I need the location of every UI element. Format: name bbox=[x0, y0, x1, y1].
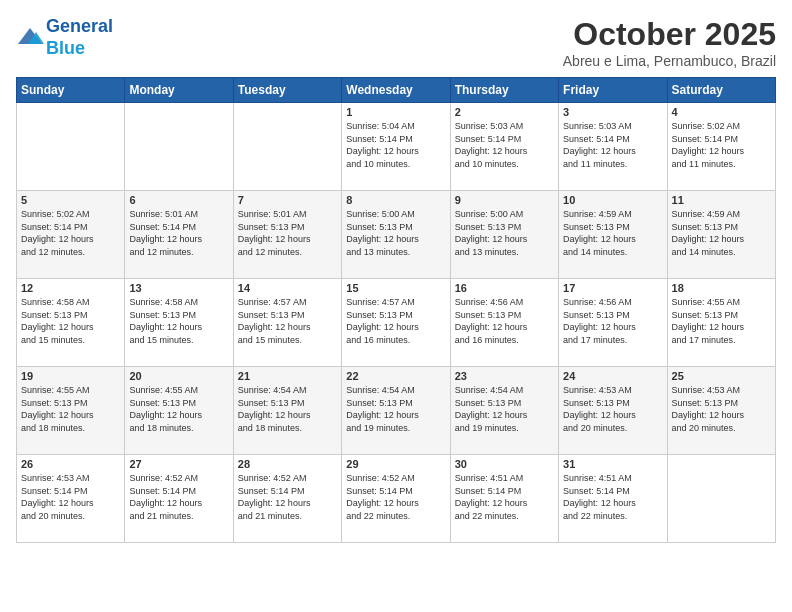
table-row bbox=[17, 103, 125, 191]
day-number: 6 bbox=[129, 194, 228, 206]
table-row: 8Sunrise: 5:00 AMSunset: 5:13 PMDaylight… bbox=[342, 191, 450, 279]
day-info: Sunrise: 4:56 AMSunset: 5:13 PMDaylight:… bbox=[563, 296, 662, 346]
day-number: 7 bbox=[238, 194, 337, 206]
calendar-header-row: Sunday Monday Tuesday Wednesday Thursday… bbox=[17, 78, 776, 103]
table-row: 24Sunrise: 4:53 AMSunset: 5:13 PMDayligh… bbox=[559, 367, 667, 455]
table-row: 9Sunrise: 5:00 AMSunset: 5:13 PMDaylight… bbox=[450, 191, 558, 279]
day-info: Sunrise: 5:03 AMSunset: 5:14 PMDaylight:… bbox=[455, 120, 554, 170]
table-row bbox=[125, 103, 233, 191]
table-row: 20Sunrise: 4:55 AMSunset: 5:13 PMDayligh… bbox=[125, 367, 233, 455]
col-tuesday: Tuesday bbox=[233, 78, 341, 103]
day-info: Sunrise: 4:55 AMSunset: 5:13 PMDaylight:… bbox=[672, 296, 771, 346]
table-row: 18Sunrise: 4:55 AMSunset: 5:13 PMDayligh… bbox=[667, 279, 775, 367]
table-row: 10Sunrise: 4:59 AMSunset: 5:13 PMDayligh… bbox=[559, 191, 667, 279]
day-info: Sunrise: 4:57 AMSunset: 5:13 PMDaylight:… bbox=[238, 296, 337, 346]
col-thursday: Thursday bbox=[450, 78, 558, 103]
table-row: 17Sunrise: 4:56 AMSunset: 5:13 PMDayligh… bbox=[559, 279, 667, 367]
day-number: 4 bbox=[672, 106, 771, 118]
table-row: 22Sunrise: 4:54 AMSunset: 5:13 PMDayligh… bbox=[342, 367, 450, 455]
day-number: 23 bbox=[455, 370, 554, 382]
day-info: Sunrise: 4:59 AMSunset: 5:13 PMDaylight:… bbox=[563, 208, 662, 258]
table-row: 23Sunrise: 4:54 AMSunset: 5:13 PMDayligh… bbox=[450, 367, 558, 455]
logo-line2: Blue bbox=[46, 38, 85, 58]
table-row: 6Sunrise: 5:01 AMSunset: 5:14 PMDaylight… bbox=[125, 191, 233, 279]
table-row: 12Sunrise: 4:58 AMSunset: 5:13 PMDayligh… bbox=[17, 279, 125, 367]
day-info: Sunrise: 4:55 AMSunset: 5:13 PMDaylight:… bbox=[21, 384, 120, 434]
location: Abreu e Lima, Pernambuco, Brazil bbox=[563, 53, 776, 69]
header: General Blue October 2025 Abreu e Lima, … bbox=[16, 16, 776, 69]
day-number: 31 bbox=[563, 458, 662, 470]
day-info: Sunrise: 5:02 AMSunset: 5:14 PMDaylight:… bbox=[21, 208, 120, 258]
day-number: 29 bbox=[346, 458, 445, 470]
col-friday: Friday bbox=[559, 78, 667, 103]
col-sunday: Sunday bbox=[17, 78, 125, 103]
day-number: 13 bbox=[129, 282, 228, 294]
table-row: 11Sunrise: 4:59 AMSunset: 5:13 PMDayligh… bbox=[667, 191, 775, 279]
day-info: Sunrise: 4:52 AMSunset: 5:14 PMDaylight:… bbox=[129, 472, 228, 522]
col-monday: Monday bbox=[125, 78, 233, 103]
table-row: 27Sunrise: 4:52 AMSunset: 5:14 PMDayligh… bbox=[125, 455, 233, 543]
logo-text: General Blue bbox=[46, 16, 113, 59]
table-row bbox=[667, 455, 775, 543]
day-number: 25 bbox=[672, 370, 771, 382]
calendar-week-row: 5Sunrise: 5:02 AMSunset: 5:14 PMDaylight… bbox=[17, 191, 776, 279]
table-row bbox=[233, 103, 341, 191]
table-row: 7Sunrise: 5:01 AMSunset: 5:13 PMDaylight… bbox=[233, 191, 341, 279]
day-info: Sunrise: 4:55 AMSunset: 5:13 PMDaylight:… bbox=[129, 384, 228, 434]
day-info: Sunrise: 4:54 AMSunset: 5:13 PMDaylight:… bbox=[238, 384, 337, 434]
day-number: 20 bbox=[129, 370, 228, 382]
table-row: 13Sunrise: 4:58 AMSunset: 5:13 PMDayligh… bbox=[125, 279, 233, 367]
table-row: 5Sunrise: 5:02 AMSunset: 5:14 PMDaylight… bbox=[17, 191, 125, 279]
table-row: 29Sunrise: 4:52 AMSunset: 5:14 PMDayligh… bbox=[342, 455, 450, 543]
day-number: 22 bbox=[346, 370, 445, 382]
day-info: Sunrise: 5:01 AMSunset: 5:13 PMDaylight:… bbox=[238, 208, 337, 258]
table-row: 25Sunrise: 4:53 AMSunset: 5:13 PMDayligh… bbox=[667, 367, 775, 455]
day-number: 28 bbox=[238, 458, 337, 470]
table-row: 14Sunrise: 4:57 AMSunset: 5:13 PMDayligh… bbox=[233, 279, 341, 367]
day-info: Sunrise: 5:03 AMSunset: 5:14 PMDaylight:… bbox=[563, 120, 662, 170]
page: General Blue October 2025 Abreu e Lima, … bbox=[0, 0, 792, 612]
day-number: 5 bbox=[21, 194, 120, 206]
calendar-week-row: 12Sunrise: 4:58 AMSunset: 5:13 PMDayligh… bbox=[17, 279, 776, 367]
day-info: Sunrise: 4:51 AMSunset: 5:14 PMDaylight:… bbox=[455, 472, 554, 522]
table-row: 19Sunrise: 4:55 AMSunset: 5:13 PMDayligh… bbox=[17, 367, 125, 455]
col-wednesday: Wednesday bbox=[342, 78, 450, 103]
day-info: Sunrise: 4:53 AMSunset: 5:13 PMDaylight:… bbox=[563, 384, 662, 434]
day-number: 18 bbox=[672, 282, 771, 294]
day-number: 26 bbox=[21, 458, 120, 470]
month-title: October 2025 bbox=[563, 16, 776, 53]
day-info: Sunrise: 4:54 AMSunset: 5:13 PMDaylight:… bbox=[455, 384, 554, 434]
day-number: 10 bbox=[563, 194, 662, 206]
day-number: 24 bbox=[563, 370, 662, 382]
table-row: 21Sunrise: 4:54 AMSunset: 5:13 PMDayligh… bbox=[233, 367, 341, 455]
day-info: Sunrise: 5:00 AMSunset: 5:13 PMDaylight:… bbox=[346, 208, 445, 258]
day-number: 2 bbox=[455, 106, 554, 118]
day-number: 12 bbox=[21, 282, 120, 294]
day-number: 3 bbox=[563, 106, 662, 118]
day-number: 27 bbox=[129, 458, 228, 470]
day-number: 11 bbox=[672, 194, 771, 206]
day-info: Sunrise: 4:59 AMSunset: 5:13 PMDaylight:… bbox=[672, 208, 771, 258]
day-info: Sunrise: 4:56 AMSunset: 5:13 PMDaylight:… bbox=[455, 296, 554, 346]
day-number: 9 bbox=[455, 194, 554, 206]
calendar-week-row: 1Sunrise: 5:04 AMSunset: 5:14 PMDaylight… bbox=[17, 103, 776, 191]
day-number: 19 bbox=[21, 370, 120, 382]
day-info: Sunrise: 4:51 AMSunset: 5:14 PMDaylight:… bbox=[563, 472, 662, 522]
day-info: Sunrise: 4:53 AMSunset: 5:14 PMDaylight:… bbox=[21, 472, 120, 522]
day-info: Sunrise: 5:02 AMSunset: 5:14 PMDaylight:… bbox=[672, 120, 771, 170]
day-info: Sunrise: 5:00 AMSunset: 5:13 PMDaylight:… bbox=[455, 208, 554, 258]
day-number: 8 bbox=[346, 194, 445, 206]
table-row: 15Sunrise: 4:57 AMSunset: 5:13 PMDayligh… bbox=[342, 279, 450, 367]
day-number: 17 bbox=[563, 282, 662, 294]
table-row: 30Sunrise: 4:51 AMSunset: 5:14 PMDayligh… bbox=[450, 455, 558, 543]
day-number: 1 bbox=[346, 106, 445, 118]
day-number: 21 bbox=[238, 370, 337, 382]
table-row: 26Sunrise: 4:53 AMSunset: 5:14 PMDayligh… bbox=[17, 455, 125, 543]
logo-icon bbox=[16, 24, 44, 52]
table-row: 31Sunrise: 4:51 AMSunset: 5:14 PMDayligh… bbox=[559, 455, 667, 543]
day-number: 16 bbox=[455, 282, 554, 294]
logo-line1: General bbox=[46, 16, 113, 36]
day-info: Sunrise: 4:52 AMSunset: 5:14 PMDaylight:… bbox=[346, 472, 445, 522]
day-number: 30 bbox=[455, 458, 554, 470]
logo: General Blue bbox=[16, 16, 113, 59]
